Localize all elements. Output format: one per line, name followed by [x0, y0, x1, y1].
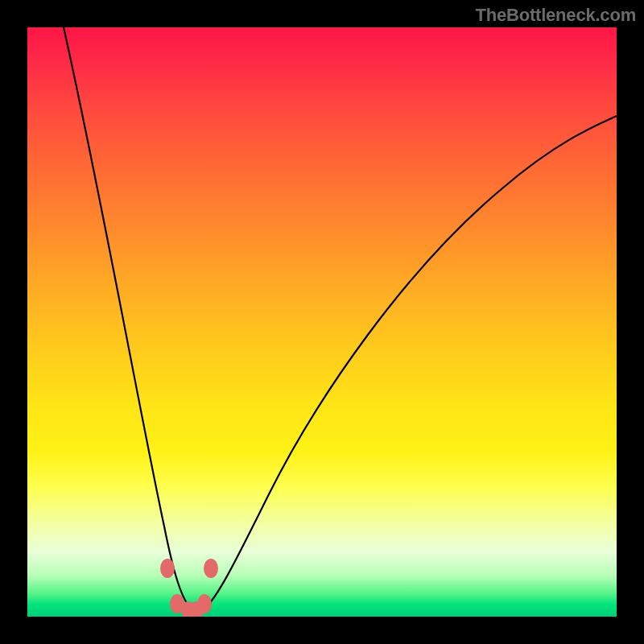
curve-right-branch — [203, 116, 617, 610]
watermark-text: TheBottleneck.com — [475, 5, 636, 26]
chart-svg — [27, 27, 617, 617]
marker-dot — [160, 559, 175, 578]
marker-dot — [197, 594, 212, 613]
marker-group — [160, 559, 218, 617]
marker-dot — [204, 559, 218, 578]
plot-area — [27, 27, 617, 617]
chart-frame: TheBottleneck.com — [0, 0, 644, 644]
curve-left-branch — [64, 27, 192, 610]
